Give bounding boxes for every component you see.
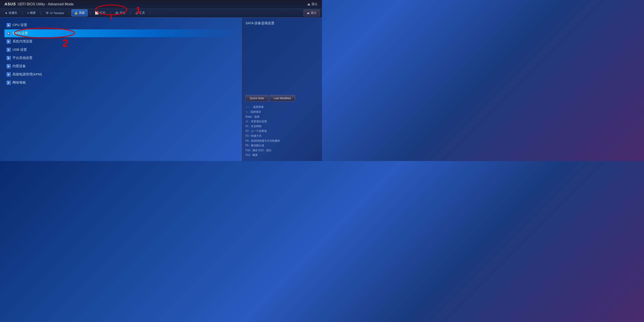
star-icon: ★ <box>5 11 8 15</box>
nav-sep-7: | <box>149 11 151 15</box>
printer-icon: 🖨 <box>135 11 138 15</box>
help-line-8: F4 : 添加到快捷方式与收藏夹 <box>246 138 319 144</box>
title-bar-title: UEFI BIOS Utility - Advanced Mode <box>18 2 74 6</box>
arrow-icon-system: ▶ <box>7 40 11 44</box>
menu-item-cpu-label: CPU 设置 <box>12 23 27 27</box>
monitor-icon: 📊 <box>95 11 98 15</box>
help-text-block: →← : 选择屏幕 ↑↓ : 选择项目 Enter : 选择 +/- : 变更项… <box>246 105 319 158</box>
nav-advanced[interactable]: 🔒 高级 <box>72 9 88 16</box>
nav-sep-1: | <box>21 11 24 15</box>
help-line-4: +/- : 变更项目设置 <box>246 119 319 124</box>
nav-sep-6: | <box>129 11 132 15</box>
nav-monitor[interactable]: 📊 监控 <box>92 10 108 16</box>
menu-item-builtin[interactable]: ▶ 内置设备 <box>4 62 238 70</box>
arrow-icon-builtin: ▶ <box>7 64 11 68</box>
menu-item-sata[interactable]: ▶ SATA 设置 <box>4 29 238 37</box>
exit-button-top[interactable]: ⏏ 退出 <box>307 2 318 6</box>
power-icon: ⏻ <box>116 11 118 15</box>
help-line-11: F12 : 截屏 <box>246 153 319 158</box>
nav-exit-button[interactable]: ⏏ 退出 <box>304 9 320 16</box>
help-line-7: F3 : 快捷方式 <box>246 134 319 138</box>
nav-overview[interactable]: ≡ 概要 <box>25 10 39 16</box>
help-line-5: F1 : 开启帮助 <box>246 124 319 129</box>
nav-bar: ★ 收藏夹 | ≡ 概要 | ⚙ AI Tweaker | 🔒 高级 | 📊 监… <box>0 8 322 18</box>
menu-item-cpu[interactable]: ▶ CPU 设置 <box>4 21 238 29</box>
nav-sep-5: | <box>109 11 112 15</box>
menu-item-network-label: 网络堆栈 <box>12 80 26 85</box>
ai-icon: ⚙ <box>46 11 49 15</box>
arrow-icon-sata: ▶ <box>7 31 11 35</box>
menu-item-builtin-label: 内置设备 <box>12 64 26 68</box>
arrow-icon-cpu: ▶ <box>7 23 11 27</box>
last-modified-button[interactable]: Last Modified <box>269 95 295 102</box>
arrow-icon-usb: ▶ <box>7 48 11 52</box>
menu-item-apm[interactable]: ▶ 高级电源管理(APM) <box>4 70 238 78</box>
left-panel: ▶ CPU 设置 ▶ SATA 设置 ▶ 系统代理设置 ▶ USB 设置 ▶ 平… <box>0 18 242 161</box>
menu-item-usb-label: USB 设置 <box>12 48 27 52</box>
nav-sep-2: | <box>40 11 42 15</box>
nav-favorites[interactable]: ★ 收藏夹 <box>2 10 20 16</box>
lock-icon: 🔒 <box>74 11 78 15</box>
quick-buttons-row: Quick Note Last Modified <box>246 95 319 102</box>
help-line-6: F2 : 上一个设置值 <box>246 129 319 134</box>
help-line-3: Enter : 选择 <box>246 114 319 120</box>
list-icon: ≡ <box>27 11 29 15</box>
help-line-9: F5 : 最佳默认值 <box>246 143 319 148</box>
menu-item-platform-label: 平台其他设置 <box>12 56 32 60</box>
nav-tools[interactable]: 🖨 工具 <box>132 10 148 16</box>
main-content: ▶ CPU 设置 ▶ SATA 设置 ▶ 系统代理设置 ▶ USB 设置 ▶ 平… <box>0 18 322 161</box>
nav-sep-3: | <box>68 11 70 15</box>
exit-icon-nav: ⏏ <box>307 11 310 15</box>
menu-item-usb[interactable]: ▶ USB 设置 <box>4 46 238 54</box>
exit-icon-top: ⏏ <box>307 2 310 6</box>
nav-ai-tweaker[interactable]: ⚙ AI Tweaker <box>43 10 67 16</box>
menu-item-system[interactable]: ▶ 系统代理设置 <box>4 38 238 45</box>
arrow-icon-platform: ▶ <box>7 56 11 60</box>
help-line-1: →← : 选择屏幕 <box>246 105 319 110</box>
asus-logo: ASUS <box>4 2 16 6</box>
nav-sep-4: | <box>89 11 91 15</box>
menu-item-system-label: 系统代理设置 <box>12 39 32 44</box>
arrow-icon-network: ▶ <box>7 81 11 85</box>
help-line-2: ↑↓ : 选择项目 <box>246 110 319 114</box>
nav-boot[interactable]: ⏻ 启动 <box>113 10 128 16</box>
menu-item-network[interactable]: ▶ 网络堆栈 <box>4 79 238 86</box>
title-bar: ASUS UEFI BIOS Utility - Advanced Mode ⏏… <box>0 0 322 8</box>
menu-item-sata-label: SATA 设置 <box>12 31 28 35</box>
help-line-10: F10 : 储存 ESC : 退出 <box>246 148 319 153</box>
menu-item-apm-label: 高级电源管理(APM) <box>12 72 42 76</box>
right-description: SATA 设备选项设置 <box>246 21 319 25</box>
right-panel: SATA 设备选项设置 Quick Note Last Modified →← … <box>242 18 322 161</box>
quick-note-button[interactable]: Quick Note <box>246 95 268 102</box>
arrow-icon-apm: ▶ <box>7 72 11 76</box>
menu-item-platform[interactable]: ▶ 平台其他设置 <box>4 54 238 62</box>
